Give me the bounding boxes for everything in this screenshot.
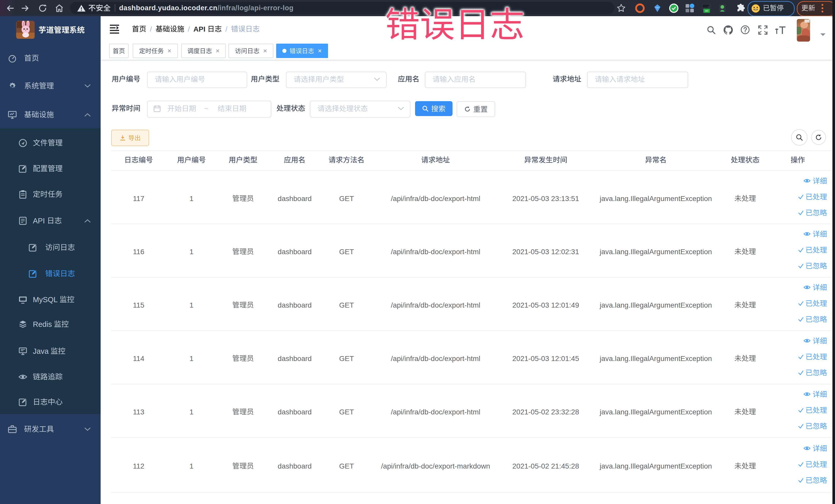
svg-text:on: on bbox=[705, 9, 708, 13]
